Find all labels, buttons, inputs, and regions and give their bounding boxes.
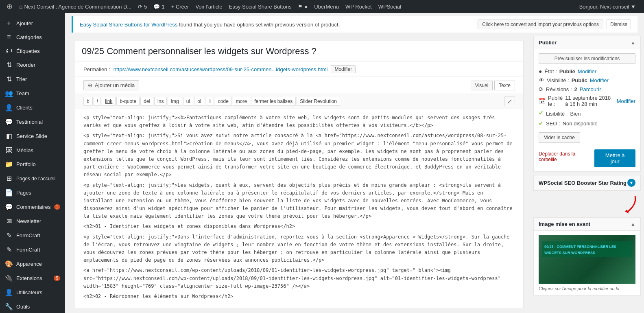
sidebar-item-pages[interactable]: 📄 Pages <box>0 186 65 200</box>
woo-dot: ● <box>304 4 308 10</box>
toolbar-li[interactable]: li <box>205 97 214 106</box>
toolbar-code[interactable]: code <box>215 97 232 106</box>
ubermenu-item[interactable]: UberMenu <box>311 0 342 13</box>
woo-icon: ⚑ <box>298 4 303 10</box>
toolbar-fermer[interactable]: fermer les balises <box>251 97 296 106</box>
utilisateurs-icon: 👤 <box>5 289 13 296</box>
convert-button[interactable]: Click here to convert and import your pr… <box>478 20 603 29</box>
sidebar-item-label: Portfolio <box>16 161 36 167</box>
toolbar-bquote[interactable]: b-quote <box>116 97 140 106</box>
sidebar-item-label: Pages <box>16 190 31 196</box>
state-label: État : <box>544 68 557 74</box>
toolbar-more[interactable]: more <box>233 97 250 106</box>
wp-logo-item[interactable]: ⊕ <box>3 0 16 13</box>
formcraft1-icon: ✎ <box>5 232 13 239</box>
woo-icon-item[interactable]: ⚑ ● <box>295 0 311 13</box>
visual-view-button[interactable]: Visuel <box>471 81 493 90</box>
updates-icon: ⟳ <box>138 4 142 10</box>
sidebar-item-testimonial[interactable]: 💬 Testimonial <box>0 115 65 129</box>
post-title[interactable]: 09/25 Comment personnaliser les widgets … <box>75 41 523 62</box>
toolbar-ol[interactable]: ol <box>194 97 204 106</box>
testimonial-icon: 💬 <box>5 118 13 126</box>
published-row: 📅 Publié le : 11 septembre 2018 à 16 h 2… <box>539 95 635 107</box>
toolbar-link[interactable]: link <box>102 97 116 106</box>
toolbar-bold[interactable]: b <box>83 97 93 106</box>
easy-social-item[interactable]: Easy Social Share Buttons <box>225 0 295 13</box>
sidebar-item-trier[interactable]: ⇅ Trier <box>0 72 65 86</box>
sidebar-item-formcraft1[interactable]: ✎ FormCraft <box>0 228 65 243</box>
wpsocial-title: WPSocial SEO Booster Star Rating <box>539 180 627 186</box>
toolbar-expand-button[interactable]: ⤢ <box>504 96 515 106</box>
toolbar-img[interactable]: img <box>168 97 182 106</box>
clients-icon: 👤 <box>5 104 13 112</box>
sidebar-item-service-slide[interactable]: ◧ Service Slide <box>0 129 65 143</box>
sidebar-item-commentaires[interactable]: 💬 Commentaires 1 <box>0 200 65 214</box>
revisions-link[interactable]: Parcourir <box>580 86 601 92</box>
notif-actions: Click here to convert and import your pr… <box>478 20 631 29</box>
featured-image-content: 09/25 - COMMENT PERSONNALISER LES WIDGET… <box>534 231 640 295</box>
sidebar-item-portfolio[interactable]: 📁 Portfolio <box>0 157 65 171</box>
published-modifier-link[interactable]: Modifier <box>617 98 635 104</box>
sidebar-item-reorder[interactable]: ⇅ Reorder <box>0 58 65 72</box>
sidebar-item-newsletter[interactable]: ✉ Newsletter <box>0 214 65 228</box>
notification-bar: Easy Social Share Buttons for WordPress … <box>72 16 637 33</box>
wpsocial-metabox-header[interactable]: WPSocial SEO Booster Star Rating ▼ <box>534 175 640 190</box>
sidebar-item-apparence[interactable]: 🎨 Apparence <box>0 257 65 271</box>
content-editor[interactable]: <p style="text-align: justify;"><b>Fanta… <box>75 109 523 308</box>
wp-rocket-item[interactable]: WP Rocket <box>342 0 375 13</box>
sidebar-item-extensions[interactable]: 🔌 Extensions 5 <box>0 271 65 285</box>
add-media-button[interactable]: ⊕ Ajouter un média <box>83 80 139 90</box>
sidebar-item-ajouter[interactable]: + Ajouter <box>0 16 65 30</box>
sidebar-item-categories[interactable]: ≡ Catégories <box>0 30 65 44</box>
notif-plugin-link[interactable]: Easy Social Share Buttons for WordPress <box>80 22 177 28</box>
sidebar-item-label: Médias <box>16 147 33 153</box>
sidebar-item-clients[interactable]: 👤 Clients <box>0 101 65 115</box>
wpsocial-chevron-icon: ▼ <box>627 179 635 187</box>
sidebar-item-label: Reorder <box>16 62 35 68</box>
preview-button[interactable]: Prévisualiser les modifications <box>539 53 635 64</box>
visibility-modifier-link[interactable]: Modifier <box>590 77 609 83</box>
featured-image-thumbnail[interactable]: 09/25 - COMMENT PERSONNALISER LES WIDGET… <box>539 235 635 284</box>
permalink-row: Permalien : https://www.nextconseil.com/… <box>75 62 523 77</box>
deplacer-corbeille-link[interactable]: Déplacer dans la corbeille <box>539 151 594 162</box>
voir-article-label: Voir l'article <box>195 4 222 10</box>
sidebar-item-etiquettes[interactable]: 🏷 Étiquettes <box>0 44 65 58</box>
toolbar-del[interactable]: del <box>140 97 153 106</box>
permalink-modifier-button[interactable]: Modifier <box>331 65 356 73</box>
team-icon: 👥 <box>5 90 13 97</box>
updates-item[interactable]: ⟳ 5 <box>135 0 150 13</box>
published-value: 11 septembre 2018 à 16 h 28 min <box>565 95 614 107</box>
published-label: Publié le : <box>548 95 563 107</box>
permalink-label: Permalien : <box>83 66 110 72</box>
site-name-item[interactable]: ⌂ Next Conseil : Agence de Communication… <box>16 0 135 13</box>
text-view-button[interactable]: Texte <box>494 81 515 90</box>
sidebar-item-pages-accueil[interactable]: ⊞ Pages de l'accueil <box>0 171 65 186</box>
wp-logo-icon: ⊕ <box>7 2 13 11</box>
voir-article-item[interactable]: Voir l'article <box>192 0 225 13</box>
comments-item[interactable]: 💬 1 <box>150 0 168 13</box>
permalink-link[interactable]: https://www.nextconseil.com/astuces/word… <box>114 66 328 72</box>
toolbar-italic[interactable]: i <box>94 97 101 106</box>
visibility-row: 👁 Visibilité : Public Modifier <box>539 77 635 83</box>
toolbar-ul[interactable]: ul <box>183 97 193 106</box>
pages-icon: 📄 <box>5 189 13 197</box>
publish-metabox-header[interactable]: Publier ▲ <box>534 36 640 49</box>
mettre-jour-button[interactable]: Mettre à jour <box>594 149 635 167</box>
updates-count: 5 <box>144 4 147 10</box>
dismiss-button[interactable]: Dismiss <box>607 20 631 29</box>
sidebar-item-team[interactable]: 👥 Team <box>0 86 65 101</box>
toolbar-slider[interactable]: Slider Revolution <box>297 97 340 106</box>
sidebar-item-outils[interactable]: 🔧 Outils <box>0 300 65 313</box>
featured-collapse-icon: ▲ <box>631 221 635 227</box>
state-modifier-link[interactable]: Modifier <box>578 68 596 74</box>
sidebar-item-medias[interactable]: 🖼 Médias <box>0 143 65 157</box>
toolbar-ins[interactable]: ins <box>154 97 167 106</box>
featured-image-header[interactable]: Image mise en avant ▲ <box>534 218 640 231</box>
publish-title: Publier <box>539 39 557 46</box>
vider-cache-button[interactable]: Vider le cache <box>539 132 580 143</box>
sidebar-item-utilisateurs[interactable]: 👤 Utilisateurs <box>0 285 65 300</box>
reorder-icon: ⇅ <box>5 61 13 69</box>
wpsocial-item[interactable]: WPSocial <box>375 0 404 13</box>
creer-item[interactable]: + Créer <box>168 0 192 13</box>
sidebar-item-formcraft2[interactable]: ✎ FormCraft <box>0 243 65 257</box>
